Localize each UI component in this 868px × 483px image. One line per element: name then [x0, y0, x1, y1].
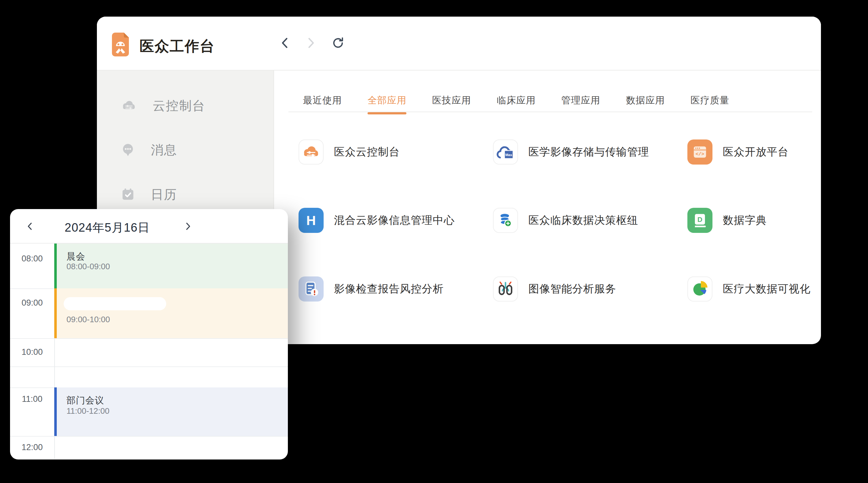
app-cloud-console[interactable]: 医众云控制台	[299, 139, 487, 165]
open-platform-code-icon: </>	[692, 144, 708, 160]
pie-chart-icon	[690, 280, 709, 298]
event-time: 11:00-12:00	[66, 406, 110, 416]
app-category-tabs: 最近使用 全部应用 医技应用 临床应用 管理应用 数据应用 医疗质量	[303, 94, 730, 107]
calendar-prev-icon[interactable]	[23, 219, 37, 233]
calendar-date: 2024年5月16日	[48, 220, 167, 236]
hour-gridline	[10, 366, 288, 367]
back-arrow-icon[interactable]	[278, 35, 293, 51]
tab-medtech[interactable]: 医技应用	[432, 94, 471, 107]
time-label: 09:00	[10, 298, 54, 308]
data-dictionary-book-icon: D	[691, 212, 708, 229]
calendar-day-view: 08:00 09:00 10:00 11:00 12:00 晨会 08:00-0…	[10, 244, 288, 459]
message-icon	[121, 142, 135, 157]
app-open-platform[interactable]: </> 医众开放平台	[687, 139, 868, 165]
cloud-sliders-icon	[301, 144, 321, 160]
clinical-database-plus-icon	[495, 210, 516, 230]
svg-text:D: D	[698, 216, 703, 223]
app-label: 医众开放平台	[723, 145, 789, 159]
cloud-console-icon	[121, 99, 137, 112]
tab-clinical[interactable]: 临床应用	[497, 94, 536, 107]
time-label: 11:00	[10, 394, 54, 404]
time-label: 08:00	[10, 254, 54, 264]
sidebar-item-cloud-console[interactable]: 云控制台	[97, 91, 274, 120]
app-label: 影像检查报告风控分析	[334, 282, 444, 296]
app-label: 混合云影像信息管理中心	[334, 213, 455, 228]
calendar-header: 2024年5月16日	[10, 209, 288, 244]
event-color-bar	[54, 387, 57, 436]
event-title: 晨会	[66, 251, 85, 263]
sidebar-item-label: 云控制台	[153, 97, 206, 115]
screen: 医众工作台	[0, 0, 868, 483]
tab-recent[interactable]: 最近使用	[303, 94, 342, 107]
app-label: 数据字典	[723, 213, 767, 228]
event-redacted[interactable]: 09:00-10:00	[54, 288, 288, 338]
app-image-ai-analysis[interactable]: 图像智能分析服务	[493, 277, 681, 301]
yizhong-logo	[112, 33, 129, 57]
tab-all-apps[interactable]: 全部应用	[368, 94, 406, 107]
event-color-bar	[54, 288, 57, 338]
hour-gridline	[10, 338, 288, 339]
tabs-divider	[288, 111, 812, 112]
sidebar-item-messages[interactable]: 消息	[97, 135, 274, 164]
sidebar-item-label: 消息	[151, 141, 177, 159]
event-title: 部门会议	[66, 394, 104, 407]
window-header: 医众工作台	[97, 17, 821, 70]
svg-text:</>: </>	[695, 151, 704, 157]
hybrid-cloud-h-icon: H	[299, 208, 323, 233]
app-label: 医疗大数据可视化	[723, 282, 811, 296]
app-label: 医学影像存储与传输管理	[528, 145, 649, 159]
app-report-risk-analysis[interactable]: 影像检查报告风控分析	[299, 277, 487, 301]
tab-admin[interactable]: 管理应用	[561, 94, 600, 107]
sidebar-item-label: 日历	[151, 186, 177, 203]
refresh-icon[interactable]	[331, 35, 346, 51]
time-label: 10:00	[10, 347, 54, 357]
event-department-meeting[interactable]: 部门会议 11:00-12:00	[54, 387, 288, 436]
event-morning-meeting[interactable]: 晨会 08:00-09:00	[54, 244, 288, 288]
hour-gridline	[10, 436, 288, 437]
calendar-panel: 2024年5月16日 08:00 09:00 10:00 11:00 12:00…	[10, 209, 288, 459]
event-color-bar	[54, 244, 57, 288]
lungs-analysis-icon	[496, 279, 515, 299]
window-title: 医众工作台	[140, 37, 215, 56]
app-label: 图像智能分析服务	[528, 282, 616, 296]
tab-quality[interactable]: 医疗质量	[690, 94, 730, 107]
calendar-next-icon[interactable]	[181, 219, 195, 233]
svg-text:Mas: Mas	[505, 153, 513, 157]
app-bigdata-visualization[interactable]: 医疗大数据可视化	[687, 277, 868, 301]
svg-text:H: H	[306, 213, 316, 228]
report-risk-alert-icon	[302, 280, 320, 298]
mas-cloud-icon: Mas	[495, 142, 516, 162]
redacted-event-title	[64, 297, 166, 310]
event-time: 08:00-09:00	[66, 262, 110, 271]
app-clinical-data-hub[interactable]: 医众临床数据决策枢纽	[493, 208, 681, 233]
event-time: 09:00-10:00	[66, 315, 110, 324]
tab-data[interactable]: 数据应用	[626, 94, 665, 107]
app-label: 医众云控制台	[334, 145, 400, 159]
app-image-storage[interactable]: Mas 医学影像存储与传输管理	[493, 139, 681, 165]
app-hybrid-cloud-center[interactable]: H 混合云影像信息管理中心	[299, 208, 487, 233]
app-label: 医众临床数据决策枢纽	[528, 213, 638, 228]
sidebar-item-calendar[interactable]: 日历	[97, 180, 274, 209]
app-data-dictionary[interactable]: D 数据字典	[687, 208, 868, 233]
calendar-icon	[121, 187, 135, 201]
time-label: 12:00	[10, 443, 54, 452]
forward-arrow-icon[interactable]	[303, 35, 318, 51]
